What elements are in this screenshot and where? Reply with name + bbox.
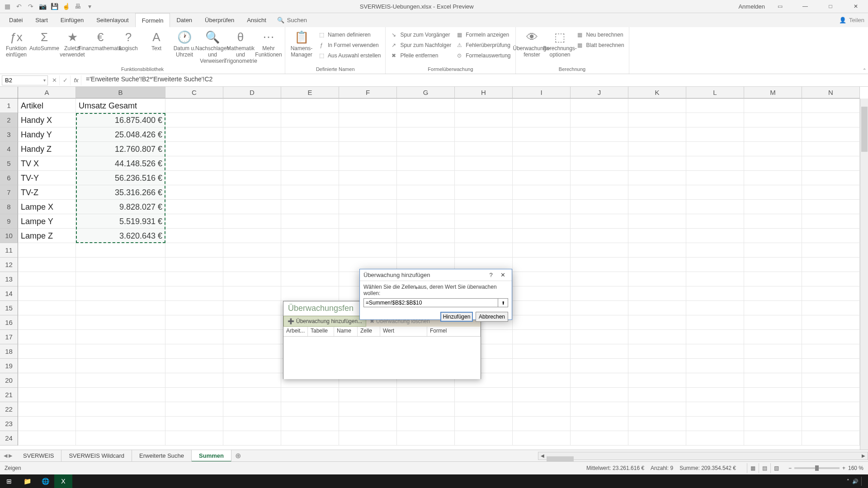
cell[interactable] <box>455 113 513 127</box>
cell[interactable] <box>744 272 802 286</box>
cell[interactable] <box>686 200 744 214</box>
row-header[interactable]: 19 <box>0 359 18 373</box>
cell[interactable] <box>802 344 860 359</box>
cell[interactable] <box>628 301 686 315</box>
error-check-button[interactable]: ⚠Fehlerüberprüfung <box>454 40 512 50</box>
reference-input[interactable] <box>363 298 498 307</box>
date-button[interactable]: 🕐Datum u. Uhrzeit <box>171 29 198 66</box>
cell[interactable] <box>744 214 802 229</box>
cell[interactable] <box>165 272 223 286</box>
cell[interactable] <box>223 301 281 315</box>
cell[interactable] <box>571 171 628 185</box>
column-header[interactable]: G <box>397 87 455 99</box>
cell[interactable] <box>686 185 744 200</box>
cell[interactable] <box>165 99 223 113</box>
cell[interactable] <box>18 359 76 373</box>
cell[interactable] <box>455 171 513 185</box>
cell[interactable] <box>686 99 744 113</box>
cell[interactable] <box>76 373 165 388</box>
cell[interactable]: 9.828.027 € <box>76 200 165 214</box>
cell[interactable] <box>686 272 744 286</box>
cell[interactable] <box>686 156 744 171</box>
cell[interactable] <box>397 388 455 402</box>
cell[interactable] <box>628 185 686 200</box>
cell[interactable] <box>686 359 744 373</box>
cell[interactable] <box>165 200 223 214</box>
cell[interactable] <box>281 185 339 200</box>
tab-ueberpruefen[interactable]: Überprüfen <box>198 13 241 27</box>
cell[interactable] <box>339 142 397 156</box>
autosum-button[interactable]: ΣAutoSumme <box>31 29 58 66</box>
cell[interactable]: TV-Y <box>18 171 76 185</box>
cell[interactable] <box>513 156 571 171</box>
cell[interactable] <box>686 301 744 315</box>
cell[interactable] <box>802 127 860 142</box>
row-header[interactable]: 5 <box>0 156 18 171</box>
cell[interactable] <box>802 229 860 243</box>
scroll-left-icon[interactable]: ◀ <box>538 453 547 458</box>
page-layout-icon[interactable]: ▤ <box>759 463 770 473</box>
cell[interactable] <box>76 301 165 315</box>
add-sheet-icon[interactable]: ⊕ <box>231 451 245 460</box>
cell[interactable] <box>571 417 628 431</box>
insert-function-button[interactable]: ƒxFunktion einfügen <box>3 29 30 66</box>
trace-dependents-button[interactable]: ↗Spur zum Nachfolger <box>388 40 453 50</box>
cell[interactable] <box>76 344 165 359</box>
tab-einfuegen[interactable]: Einfügen <box>54 13 90 27</box>
save-icon[interactable]: 💾 <box>49 1 60 11</box>
collapse-ribbon-icon[interactable]: ⌃ <box>863 68 866 73</box>
cell[interactable] <box>76 286 165 301</box>
cell[interactable] <box>686 330 744 344</box>
cell[interactable]: 12.760.807 € <box>76 142 165 156</box>
cell[interactable]: Lampe Z <box>18 229 76 243</box>
share-label[interactable]: Teilen <box>849 17 864 23</box>
cell[interactable] <box>223 431 281 446</box>
cell[interactable] <box>744 431 802 446</box>
dialog-help-icon[interactable]: ? <box>486 270 496 280</box>
excel-icon[interactable]: ▦ <box>2 1 13 11</box>
cell[interactable] <box>223 286 281 301</box>
cell[interactable] <box>281 113 339 127</box>
cell[interactable] <box>455 388 513 402</box>
column-header[interactable]: H <box>455 87 513 99</box>
cell[interactable] <box>571 127 628 142</box>
volume-icon[interactable]: 🔊 <box>852 479 859 484</box>
cell[interactable] <box>513 185 571 200</box>
cell[interactable] <box>802 214 860 229</box>
cell[interactable] <box>571 301 628 315</box>
cell[interactable] <box>165 214 223 229</box>
formula-input[interactable]: ='Erweiterte Suche'!B2*'Erweiterte Suche… <box>83 75 868 85</box>
cell[interactable] <box>744 286 802 301</box>
cell[interactable] <box>281 229 339 243</box>
cell[interactable] <box>18 373 76 388</box>
search-box[interactable]: 🔍 Suchen <box>273 13 311 27</box>
cell[interactable] <box>571 431 628 446</box>
row-header[interactable]: 16 <box>0 315 18 330</box>
name-box[interactable]: B2 <box>2 75 48 85</box>
more-functions-button[interactable]: ⋯Mehr Funktionen <box>255 29 282 66</box>
cell[interactable] <box>571 315 628 330</box>
cell[interactable] <box>281 431 339 446</box>
cell[interactable] <box>744 315 802 330</box>
create-from-selection-button[interactable]: ⬚Aus Auswahl erstellen <box>316 51 382 61</box>
row-header[interactable]: 11 <box>0 243 18 258</box>
cell[interactable] <box>455 185 513 200</box>
cell[interactable] <box>165 113 223 127</box>
ribbon-display-icon[interactable]: ▭ <box>769 0 790 13</box>
cell[interactable]: 16.875.400 € <box>76 113 165 127</box>
cell[interactable] <box>628 431 686 446</box>
add-watch-button[interactable]: ➕Überwachung hinzufügen... <box>283 316 366 327</box>
cell[interactable] <box>397 171 455 185</box>
cell[interactable] <box>165 431 223 446</box>
cell[interactable] <box>513 258 571 272</box>
cell[interactable] <box>397 402 455 417</box>
cell[interactable] <box>165 286 223 301</box>
row-header[interactable]: 3 <box>0 127 18 142</box>
cell[interactable] <box>686 402 744 417</box>
cell[interactable] <box>76 359 165 373</box>
cell[interactable] <box>339 127 397 142</box>
cell[interactable] <box>628 417 686 431</box>
cell[interactable] <box>223 243 281 258</box>
cell[interactable] <box>165 344 223 359</box>
cell[interactable] <box>802 185 860 200</box>
